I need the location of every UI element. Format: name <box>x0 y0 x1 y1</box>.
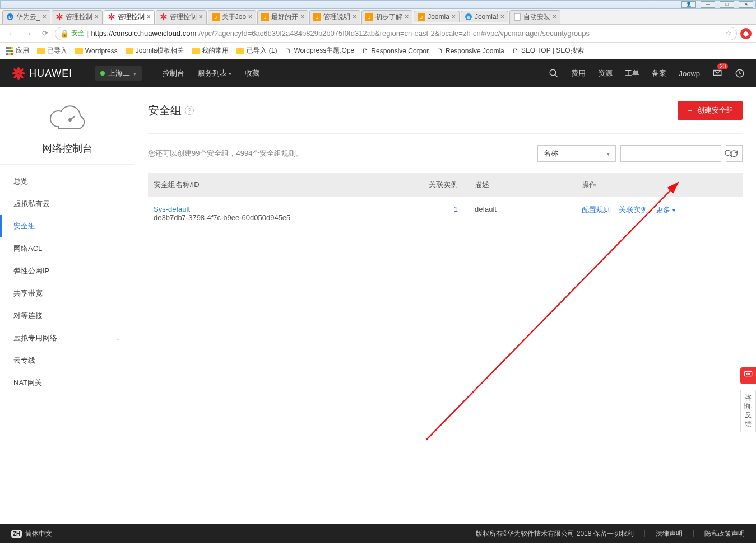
sidebar-item[interactable]: 对等连接 <box>0 305 134 327</box>
extension-icon[interactable]: ◆ <box>740 28 752 39</box>
favicon: B <box>6 13 14 21</box>
favicon: J <box>212 13 220 21</box>
tab-close-icon[interactable]: × <box>500 13 504 21</box>
sidebar-item[interactable]: 虚拟专用网络⌄ <box>0 327 134 349</box>
messages-button[interactable]: 20 <box>712 68 722 80</box>
sidebar-item[interactable]: NAT网关 <box>0 372 134 394</box>
search-icon[interactable] <box>549 68 559 78</box>
sg-name-link[interactable]: Sys-default <box>154 205 190 213</box>
tab-close-icon[interactable]: × <box>95 13 99 21</box>
folder-icon <box>236 48 244 54</box>
huawei-logo[interactable]: HUAWEI <box>11 66 72 81</box>
browser-tab[interactable]: J管理说明× <box>309 10 360 24</box>
browser-tab[interactable]: JJoomla× <box>414 11 460 22</box>
favicon: J <box>365 13 373 21</box>
forward-button[interactable]: → <box>21 27 35 40</box>
close-button[interactable]: ✕ <box>739 1 753 8</box>
legal-link[interactable]: 法律声明 <box>656 529 683 539</box>
nav-billing[interactable]: 费用 <box>571 68 586 78</box>
sidebar-item[interactable]: 虚拟私有云 <box>0 193 134 215</box>
sidebar-item[interactable]: 共享带宽 <box>0 282 134 305</box>
clock-icon[interactable] <box>735 68 745 78</box>
folder-icon <box>37 48 45 54</box>
tab-close-icon[interactable]: × <box>199 13 203 21</box>
huawei-petal-icon <box>11 66 26 81</box>
bookmark-item[interactable]: Wordpress <box>75 46 118 55</box>
create-security-group-button[interactable]: ＋ 创建安全组 <box>678 101 743 120</box>
tab-close-icon[interactable]: × <box>452 13 456 21</box>
op-link[interactable]: 配置规则 <box>582 206 611 214</box>
toolbar: 您还可以创建99个安全组，4994个安全组规则。 名称 ▾ <box>148 134 743 173</box>
bookmark-item[interactable]: 🗋SEO TOP | SEO搜索 <box>512 46 584 55</box>
user-icon[interactable]: 👤 <box>681 1 696 8</box>
sidebar-item[interactable]: 安全组 <box>0 215 134 237</box>
language-selector[interactable]: ZH 简体中文 <box>11 529 52 539</box>
browser-tab[interactable]: 管理控制× <box>156 10 207 24</box>
browser-tab[interactable]: J最好的开× <box>257 10 308 24</box>
nav-console[interactable]: 控制台 <box>163 68 184 78</box>
nav-services[interactable]: 服务列表 <box>198 68 231 78</box>
bookmark-item[interactable]: 🗋Responsive Corpor <box>362 46 429 55</box>
max-button[interactable]: □ <box>720 1 734 8</box>
favicon <box>160 13 168 21</box>
browser-tab[interactable]: eJoomla!× <box>461 11 508 22</box>
min-button[interactable]: — <box>701 1 715 8</box>
search-input[interactable] <box>621 150 724 158</box>
sg-desc: default <box>469 197 576 230</box>
tab-close-icon[interactable]: × <box>248 13 252 21</box>
bookmark-item[interactable]: 🗋Responsive Joomla <box>437 46 504 55</box>
refresh-button[interactable] <box>726 145 743 162</box>
sidebar-item[interactable]: 网络ACL <box>0 237 134 260</box>
filter-field-select[interactable]: 名称 ▾ <box>537 145 616 162</box>
tab-close-icon[interactable]: × <box>43 13 47 21</box>
bookmark-item[interactable]: Joomla模板相关 <box>126 46 184 55</box>
msg-badge: 20 <box>717 63 728 69</box>
nav-resources[interactable]: 资源 <box>598 68 613 78</box>
tab-close-icon[interactable]: × <box>147 13 151 21</box>
browser-tab[interactable]: J关于Joo× <box>208 10 256 24</box>
bookmark-item[interactable]: 🗋Wordpress主题,Ope <box>285 46 354 55</box>
search-box <box>620 145 721 162</box>
address-bar[interactable]: 🔒 安全 | https://console.huaweicloud.com/v… <box>55 27 737 40</box>
browser-tab[interactable]: 自动安装× <box>509 10 560 24</box>
nav-icp[interactable]: 备案 <box>652 68 666 78</box>
sidebar-item[interactable]: 云专线 <box>0 349 134 372</box>
app-body: 网络控制台 总览虚拟私有云安全组网络ACL弹性公网IP共享带宽对等连接虚拟专用网… <box>0 87 756 524</box>
tab-close-icon[interactable]: × <box>405 13 409 21</box>
huawei-header: HUAWEI 上海二 ▾ 控制台 服务列表 收藏 费用 资源 工单 备案 Joo… <box>0 59 756 87</box>
apps-button[interactable]: 应用 <box>6 46 29 55</box>
refresh-icon <box>730 149 739 158</box>
op-link[interactable]: 关联实例 <box>619 206 648 214</box>
sidebar-item[interactable]: 总览 <box>0 170 134 193</box>
reload-button[interactable]: ⟳ <box>38 27 52 40</box>
browser-tab[interactable]: 管理控制× <box>52 10 103 24</box>
help-icon[interactable]: ? <box>185 106 194 115</box>
bookmark-bar: 应用 已导入WordpressJoomla模板相关我的常用已导入 (1)🗋Wor… <box>0 43 756 59</box>
bookmark-item[interactable]: 已导入 <box>37 46 67 55</box>
instance-count-link[interactable]: 1 <box>454 205 458 213</box>
browser-tab[interactable]: 管理控制× <box>104 10 155 24</box>
col-instances: 关联实例 <box>386 173 469 197</box>
nav-user[interactable]: Joowp <box>679 69 700 78</box>
tab-close-icon[interactable]: × <box>553 13 556 21</box>
feedback-tab[interactable] <box>740 367 756 384</box>
tab-close-icon[interactable]: × <box>353 13 356 21</box>
browser-tab[interactable]: J初步了解× <box>361 10 412 24</box>
nav-tickets[interactable]: 工单 <box>625 68 639 78</box>
svg-text:B: B <box>8 15 12 20</box>
nav-favorites[interactable]: 收藏 <box>245 68 259 78</box>
bookmark-star-icon[interactable]: ☆ <box>725 29 732 38</box>
back-button[interactable]: ← <box>4 27 18 40</box>
privacy-link[interactable]: 隐私政策声明 <box>704 529 745 539</box>
sidebar-item[interactable]: 弹性公网IP <box>0 260 134 282</box>
bookmark-item[interactable]: 已导入 (1) <box>236 46 277 55</box>
table-row: Sys-defaultde3b7db7-3798-4f7c-b9ee-60d05… <box>148 197 743 230</box>
feedback-label[interactable]: 咨询·反馈 <box>740 390 756 432</box>
bookmark-item[interactable]: 我的常用 <box>192 46 229 55</box>
op-link[interactable]: 更多 ▾ <box>656 206 675 214</box>
tab-close-icon[interactable]: × <box>300 13 304 21</box>
url-path: /vpc/?agencyId=6ac6b39f2a484b829b2b075f0… <box>198 29 590 38</box>
col-name: 安全组名称/ID <box>148 173 386 197</box>
region-selector[interactable]: 上海二 ▾ <box>95 66 142 81</box>
browser-tab[interactable]: B华为云_× <box>2 10 50 24</box>
